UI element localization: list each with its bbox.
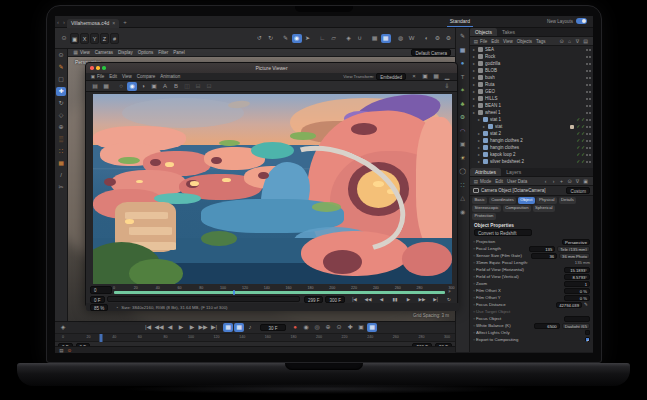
lock-icon[interactable]: ▣ bbox=[582, 177, 589, 186]
attr-value-field[interactable]: 135 bbox=[529, 246, 555, 252]
visibility-dot[interactable] bbox=[586, 112, 588, 114]
tab-layers[interactable]: Layers bbox=[501, 168, 526, 176]
compare-horizontal-icon[interactable]: ◫ bbox=[182, 82, 192, 91]
selection-tool-icon[interactable]: ▢ bbox=[56, 75, 66, 84]
object-row-rock[interactable]: ▸Rock bbox=[470, 53, 593, 60]
home-icon[interactable]: ⌂ bbox=[566, 37, 573, 46]
attr-checkbox[interactable] bbox=[585, 330, 590, 335]
attr-tab-object[interactable]: Object bbox=[518, 197, 535, 204]
tab-attributes[interactable]: Attributes bbox=[470, 168, 501, 176]
visibility-dot[interactable] bbox=[586, 161, 588, 163]
prev-key-button[interactable]: ◀◀ bbox=[154, 323, 164, 332]
fullscreen-icon[interactable]: ⊡ bbox=[204, 82, 214, 91]
search-icon[interactable]: ⊙ bbox=[558, 37, 565, 46]
objects-menu-objects[interactable]: Objects bbox=[517, 39, 532, 44]
grid-icon[interactable]: ▦ bbox=[431, 72, 441, 81]
visibility-dot[interactable] bbox=[589, 56, 591, 58]
pen-tool-icon[interactable]: ✎ bbox=[56, 63, 66, 72]
object-row-stat-2[interactable]: ▸stat 2✓✓ bbox=[470, 130, 593, 137]
object-row-silver-bedsheet-2[interactable]: ▸silver bedsheet 2✓✓ bbox=[470, 158, 593, 165]
viewport-layout-icon[interactable]: ▦ bbox=[72, 48, 79, 57]
attributes-burger-icon[interactable]: ▤ bbox=[473, 177, 479, 186]
tree-generator-icon[interactable]: ♣ bbox=[457, 100, 468, 109]
spline-pen-icon[interactable]: ✎ bbox=[457, 32, 468, 41]
object-row-bean-1[interactable]: ▸BEAN 1 bbox=[470, 102, 593, 109]
axis-lock-icon[interactable]: ⊕ bbox=[56, 123, 66, 132]
view-transform-dropdown[interactable]: Embedded bbox=[376, 73, 406, 80]
object-row-stat[interactable]: ▸stat✓✓ bbox=[470, 123, 593, 130]
tab-takes[interactable]: Takes bbox=[497, 28, 520, 36]
pv-in-field[interactable]: 0 F bbox=[90, 296, 105, 303]
visibility-dot[interactable] bbox=[586, 147, 588, 149]
visibility-toggles[interactable] bbox=[586, 119, 591, 121]
visibility-toggles[interactable] bbox=[586, 70, 591, 72]
sound-toggle-icon[interactable]: ♪ bbox=[245, 323, 255, 332]
light-icon[interactable]: ☀ bbox=[457, 154, 468, 163]
attr-tab-details[interactable]: Details bbox=[559, 197, 577, 204]
pencil-tool-icon[interactable]: / bbox=[56, 171, 66, 180]
pv-out-field-b[interactable]: 300 F bbox=[325, 296, 345, 303]
spline-star-icon[interactable]: ✶ bbox=[457, 86, 468, 95]
attr-value-field[interactable]: 1 bbox=[564, 281, 590, 287]
timeline-playhead[interactable] bbox=[100, 334, 103, 342]
rotate-tool-icon[interactable]: ↻ bbox=[56, 99, 66, 108]
compare-vertical-icon[interactable]: ⊟ bbox=[193, 82, 203, 91]
convert-to-redshift-button[interactable]: Convert to Redshift bbox=[474, 229, 532, 236]
pv-menu-animation[interactable]: Animation bbox=[160, 74, 180, 79]
next-key-button[interactable]: ▶▶ bbox=[198, 323, 208, 332]
deformer-icon[interactable]: ◠ bbox=[457, 127, 468, 136]
visibility-dot[interactable] bbox=[586, 70, 588, 72]
visibility-toggles[interactable] bbox=[586, 154, 591, 156]
redo-icon[interactable]: ↻ bbox=[266, 34, 276, 43]
visibility-dot[interactable] bbox=[589, 77, 591, 79]
viewport-menu-view[interactable]: View bbox=[80, 50, 90, 55]
attr-tab-basic[interactable]: Basic bbox=[472, 197, 487, 204]
pv-menu-compare[interactable]: Compare bbox=[137, 74, 156, 79]
visibility-toggles[interactable] bbox=[586, 140, 591, 142]
eyedropper-icon[interactable]: ✎ bbox=[584, 302, 590, 308]
visibility-toggles[interactable] bbox=[586, 161, 591, 163]
monitor-icon[interactable]: ▣ bbox=[420, 72, 430, 81]
pv-out-field-a[interactable]: 299 F bbox=[304, 296, 324, 303]
object-row-kapok-loop-2[interactable]: ▸kapok loop 2✓✓ bbox=[470, 151, 593, 158]
picture-viewer-window[interactable]: Picture Viewer ▣ FileEditViewCompareAnim… bbox=[85, 62, 458, 307]
enabled-check-icon[interactable]: ✓ bbox=[576, 138, 580, 143]
attr-tab-composition[interactable]: Composition bbox=[503, 205, 531, 212]
record-pla-icon[interactable]: ✚ bbox=[345, 323, 355, 332]
visibility-toggles[interactable] bbox=[586, 84, 591, 86]
knife-tool-icon[interactable]: ✂ bbox=[56, 183, 66, 192]
live-selection-icon[interactable]: ◉ bbox=[292, 34, 302, 43]
visibility-dot[interactable] bbox=[586, 140, 588, 142]
attr-checkbox[interactable]: ✓ bbox=[585, 337, 590, 342]
visibility-dot[interactable] bbox=[589, 133, 591, 135]
clone-tool-icon[interactable]: ∷ bbox=[56, 147, 66, 156]
visibility-dot[interactable] bbox=[586, 84, 588, 86]
play-button[interactable]: ▶ bbox=[176, 323, 186, 332]
render-settings-icon[interactable]: ⚙ bbox=[444, 34, 454, 43]
visibility-toggles[interactable] bbox=[586, 49, 591, 51]
brush-tool-icon[interactable]: ✎ bbox=[281, 34, 291, 43]
visibility-toggles[interactable] bbox=[586, 56, 591, 58]
attr-extra-dropdown[interactable]: 36 mm Photo bbox=[559, 253, 590, 259]
objects-menu-view[interactable]: View bbox=[503, 39, 513, 44]
nav-back-icon[interactable]: ‹ bbox=[57, 19, 59, 25]
object-row-wheel-1[interactable]: ▸wheel 1 bbox=[470, 109, 593, 116]
attr-extra-dropdown[interactable]: Tele (135 mm) bbox=[557, 246, 590, 252]
workplane-button[interactable]: # bbox=[110, 33, 119, 44]
render-check-icon[interactable]: ✓ bbox=[581, 145, 585, 150]
visibility-dot[interactable] bbox=[586, 98, 588, 100]
attr-tab-coordinates[interactable]: Coordinates bbox=[489, 197, 517, 204]
render-picture-viewer-icon[interactable]: ⚙ bbox=[433, 34, 443, 43]
sky-icon[interactable]: ◯ bbox=[457, 167, 468, 176]
tab-add-button[interactable]: + bbox=[123, 19, 127, 25]
object-row-bush[interactable]: ▸bush bbox=[470, 74, 593, 81]
attr-value-field[interactable]: 6500 bbox=[534, 323, 560, 329]
visibility-toggles[interactable] bbox=[586, 77, 591, 79]
viewport-menu-panel[interactable]: Panel bbox=[173, 50, 185, 55]
attr-value-field[interactable]: 8.5793° bbox=[564, 274, 590, 280]
render-check-icon[interactable]: ✓ bbox=[581, 138, 585, 143]
attr-tab-spherical[interactable]: Spherical bbox=[533, 205, 555, 212]
objects-menu-tags[interactable]: Tags bbox=[536, 39, 546, 44]
keyframe-preset-icon[interactable]: ▣ bbox=[356, 323, 366, 332]
render-check-icon[interactable]: ✓ bbox=[581, 159, 585, 164]
